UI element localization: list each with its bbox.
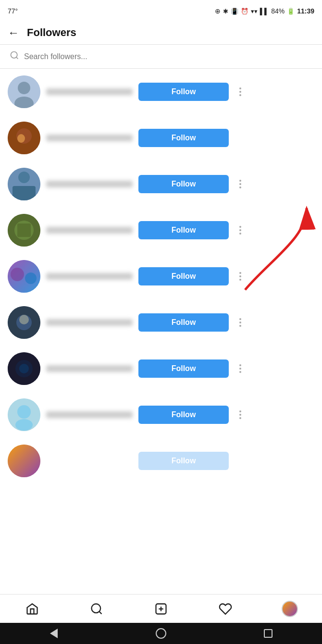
header: ← Followers bbox=[0, 21, 322, 45]
svg-point-25 bbox=[15, 419, 33, 431]
android-nav-bar bbox=[0, 623, 322, 644]
username-blur bbox=[46, 411, 133, 418]
avatar bbox=[8, 260, 40, 293]
svg-line-1 bbox=[16, 57, 18, 59]
signal-icon: ▌▌ bbox=[260, 8, 269, 15]
avatar bbox=[8, 306, 40, 339]
battery-icon: 🔋 bbox=[287, 8, 295, 15]
nav-profile[interactable] bbox=[278, 597, 302, 621]
list-item: Follow bbox=[0, 346, 322, 392]
follow-button[interactable]: Follow bbox=[138, 406, 229, 424]
svg-rect-13 bbox=[17, 223, 31, 237]
list-item: Follow bbox=[0, 253, 322, 299]
more-options-button[interactable] bbox=[235, 272, 246, 281]
more-options-button[interactable] bbox=[235, 226, 246, 235]
nav-search[interactable] bbox=[85, 597, 109, 621]
more-options-button[interactable] bbox=[235, 410, 246, 419]
list-item: Follow bbox=[0, 207, 322, 253]
bluetooth-icon: ✱ bbox=[223, 8, 228, 15]
svg-point-3 bbox=[18, 82, 30, 94]
follow-button[interactable]: Follow bbox=[138, 359, 229, 378]
list-item: Follow bbox=[0, 392, 322, 438]
username-blur bbox=[46, 319, 133, 326]
wifi-icon: ▾▾ bbox=[251, 8, 258, 15]
battery-percent: 84% bbox=[271, 7, 285, 15]
page-title: Followers bbox=[27, 26, 76, 39]
avatar bbox=[8, 168, 40, 200]
svg-rect-26 bbox=[8, 445, 40, 477]
username-blur bbox=[46, 365, 133, 372]
list-item: Follow bbox=[0, 115, 322, 161]
username-blur bbox=[46, 273, 133, 280]
svg-point-28 bbox=[92, 604, 101, 613]
svg-rect-10 bbox=[12, 186, 36, 200]
svg-point-19 bbox=[19, 315, 29, 324]
avatar bbox=[8, 122, 40, 154]
nav-heart[interactable] bbox=[213, 597, 237, 621]
status-temp: 77° bbox=[8, 7, 18, 15]
svg-line-29 bbox=[99, 611, 101, 614]
clock: 11:39 bbox=[297, 7, 314, 15]
follower-list-container: Follow Follow bbox=[0, 69, 322, 542]
follower-list: Follow Follow bbox=[0, 69, 322, 542]
follow-button[interactable]: Follow bbox=[138, 175, 229, 193]
username-blur bbox=[46, 135, 133, 141]
avatar bbox=[8, 214, 40, 247]
search-bar bbox=[0, 45, 322, 69]
avatar bbox=[8, 75, 40, 108]
list-item: Follow bbox=[0, 299, 322, 346]
android-recents-button[interactable] bbox=[261, 627, 275, 640]
svg-point-24 bbox=[17, 405, 31, 419]
status-bar: 77° ⊕ ✱ 📳 ⏰ ▾▾ ▌▌ 84% 🔋 11:39 bbox=[0, 0, 322, 21]
svg-point-7 bbox=[17, 134, 25, 143]
svg-point-0 bbox=[11, 52, 17, 58]
follow-button[interactable]: Follow bbox=[138, 267, 229, 285]
list-item: Follow bbox=[0, 69, 322, 115]
nav-add[interactable] bbox=[149, 597, 173, 621]
status-right: ⊕ ✱ 📳 ⏰ ▾▾ ▌▌ 84% 🔋 11:39 bbox=[215, 7, 314, 15]
svg-point-22 bbox=[19, 364, 29, 373]
svg-point-9 bbox=[18, 172, 30, 183]
back-button[interactable]: ← bbox=[8, 26, 19, 39]
follow-button[interactable]: Follow bbox=[138, 313, 229, 332]
username-blur bbox=[46, 181, 133, 187]
follow-button[interactable]: Follow bbox=[138, 83, 229, 101]
username-blur bbox=[46, 227, 133, 234]
svg-point-16 bbox=[25, 272, 37, 284]
avatar bbox=[8, 352, 40, 385]
bottom-nav bbox=[0, 594, 322, 623]
follow-button[interactable]: Follow bbox=[138, 129, 229, 147]
android-back-button[interactable] bbox=[47, 627, 61, 640]
alarm-icon: ⏰ bbox=[241, 8, 248, 15]
username-blur bbox=[46, 88, 133, 95]
follow-button[interactable]: Follow bbox=[138, 452, 229, 470]
more-options-button[interactable] bbox=[235, 318, 246, 327]
avatar bbox=[8, 445, 40, 477]
vibrate-icon: 📳 bbox=[231, 8, 238, 15]
list-item: Follow bbox=[0, 438, 322, 484]
do-not-disturb-icon: ⊕ bbox=[215, 7, 221, 15]
follow-button[interactable]: Follow bbox=[138, 221, 229, 239]
android-home-button[interactable] bbox=[154, 627, 168, 640]
list-item: Follow bbox=[0, 161, 322, 207]
search-icon bbox=[10, 50, 19, 62]
more-options-button[interactable] bbox=[235, 87, 246, 96]
search-input[interactable] bbox=[24, 52, 312, 61]
nav-home[interactable] bbox=[20, 597, 44, 621]
more-options-button[interactable] bbox=[235, 364, 246, 373]
svg-point-15 bbox=[11, 268, 24, 281]
avatar bbox=[8, 398, 40, 431]
more-options-button[interactable] bbox=[235, 180, 246, 188]
